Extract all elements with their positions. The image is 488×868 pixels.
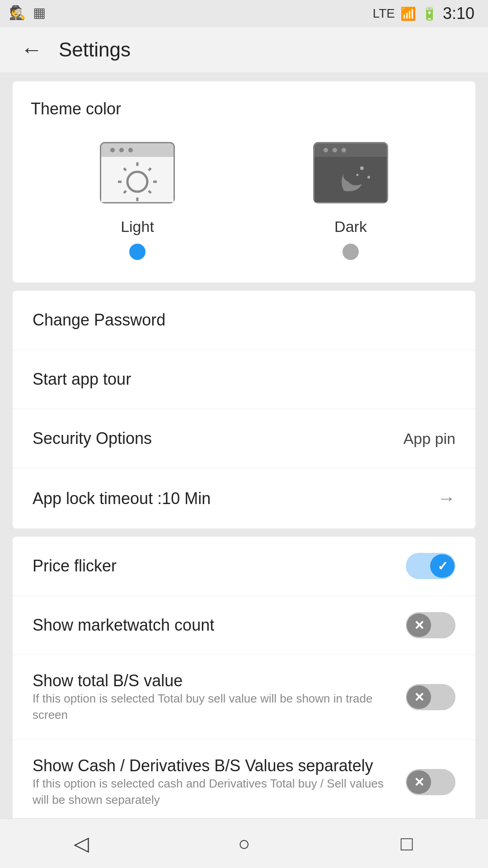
security-options-right: App pin: [404, 430, 455, 448]
menu-item-change-password[interactable]: Change Password: [13, 291, 475, 350]
svg-point-3: [110, 148, 115, 152]
toggle-card: Price flicker ✓ Show marketwatch count ✕: [13, 537, 475, 825]
nav-back-icon: ◁: [74, 832, 89, 855]
svg-point-23: [360, 166, 364, 170]
theme-section-title: Theme color: [31, 99, 457, 118]
marketwatch-x-icon: ✕: [414, 618, 424, 633]
light-theme-icon: [97, 137, 178, 209]
back-arrow-icon: ←: [21, 39, 42, 61]
price-flicker-label: Price flicker: [33, 557, 392, 576]
svg-line-12: [124, 168, 126, 170]
menu-item-security-options[interactable]: Security Options App pin: [13, 409, 475, 468]
svg-point-4: [119, 148, 124, 152]
light-theme-dot: [129, 244, 145, 260]
nav-home-button[interactable]: ○: [226, 826, 262, 862]
menu-item-app-lock[interactable]: App lock timeout :10 Min →: [13, 468, 475, 528]
price-flicker-toggle[interactable]: ✓: [406, 553, 455, 579]
theme-option-light[interactable]: Light: [31, 137, 244, 260]
sim-icon: ▦: [33, 5, 46, 20]
svg-rect-2: [101, 152, 174, 157]
total-bs-desc: If this option is selected Total buy sel…: [33, 692, 373, 722]
svg-point-5: [128, 148, 133, 152]
svg-point-21: [342, 148, 346, 152]
theme-option-dark[interactable]: Dark: [244, 137, 457, 260]
price-flicker-text: Price flicker: [33, 557, 406, 576]
status-bar: 🕵️ ▦ LTE 📶 🔋 3:10: [0, 0, 488, 27]
light-theme-label: Light: [121, 218, 154, 236]
nav-bar: ◁ ○ □: [0, 818, 488, 868]
dark-theme-icon: [310, 137, 391, 209]
total-bs-knob: ✕: [407, 685, 431, 709]
lte-indicator: LTE: [373, 6, 395, 21]
total-bs-text: Show total B/S value If this option is s…: [33, 671, 406, 723]
theme-card: Theme color: [13, 81, 475, 283]
toggle-item-cash-derivatives: Show Cash / Derivatives B/S Values separ…: [13, 740, 475, 825]
toggle-item-marketwatch: Show marketwatch count ✕: [13, 596, 475, 655]
cash-derivatives-text: Show Cash / Derivatives B/S Values separ…: [33, 756, 406, 808]
total-bs-toggle[interactable]: ✕: [406, 684, 455, 710]
toggle-item-price-flicker: Price flicker ✓: [13, 537, 475, 596]
top-bar: ← Settings: [0, 27, 488, 72]
battery-icon: 🔋: [422, 6, 437, 21]
cash-derivatives-toggle[interactable]: ✕: [406, 769, 455, 795]
marketwatch-label: Show marketwatch count: [33, 616, 392, 635]
nav-back-button[interactable]: ◁: [63, 826, 99, 862]
svg-line-13: [149, 191, 151, 193]
total-bs-label: Show total B/S value: [33, 671, 392, 690]
cash-derivatives-x-icon: ✕: [414, 775, 424, 790]
status-icons: LTE 📶 🔋 3:10: [373, 4, 474, 23]
nav-home-icon: ○: [238, 832, 250, 855]
marketwatch-knob: ✕: [407, 613, 431, 637]
total-bs-x-icon: ✕: [414, 690, 424, 705]
price-flicker-knob: ✓: [430, 554, 455, 578]
app-pin-label: App pin: [404, 430, 455, 448]
menu-card: Change Password Start app tour Security …: [13, 291, 475, 528]
svg-rect-18: [314, 152, 387, 157]
app-lock-label: App lock timeout :10 Min: [33, 489, 211, 508]
svg-line-14: [149, 168, 151, 170]
cash-derivatives-label: Show Cash / Derivatives B/S Values separ…: [33, 756, 392, 775]
clock: 3:10: [443, 4, 474, 23]
svg-point-20: [333, 148, 337, 152]
svg-line-15: [124, 191, 126, 193]
app-lock-arrow-icon: →: [437, 488, 455, 509]
back-button[interactable]: ←: [18, 36, 45, 63]
settings-content: Theme color: [0, 72, 488, 868]
svg-point-19: [324, 148, 328, 152]
nav-recent-icon: □: [401, 832, 413, 855]
marketwatch-toggle[interactable]: ✕: [406, 612, 455, 638]
start-tour-label: Start app tour: [33, 370, 131, 389]
svg-point-24: [367, 176, 370, 179]
spy-icon: 🕵️: [9, 5, 26, 20]
security-options-label: Security Options: [33, 429, 152, 448]
svg-rect-22: [314, 157, 387, 202]
cash-derivatives-desc: If this option is selected cash and Deri…: [33, 777, 384, 807]
theme-options: Light: [31, 137, 457, 260]
svg-point-25: [357, 174, 359, 176]
toggle-item-total-bs: Show total B/S value If this option is s…: [13, 655, 475, 740]
marketwatch-text: Show marketwatch count: [33, 616, 406, 635]
dark-theme-dot: [343, 244, 359, 260]
cash-derivatives-knob: ✕: [407, 770, 431, 794]
page-title: Settings: [59, 38, 131, 61]
dark-theme-label: Dark: [334, 218, 367, 236]
price-flicker-check-icon: ✓: [437, 559, 448, 574]
signal-bars-icon: 📶: [400, 6, 416, 21]
change-password-label: Change Password: [33, 311, 165, 330]
nav-recent-button[interactable]: □: [389, 826, 425, 862]
menu-item-start-tour[interactable]: Start app tour: [13, 350, 475, 409]
